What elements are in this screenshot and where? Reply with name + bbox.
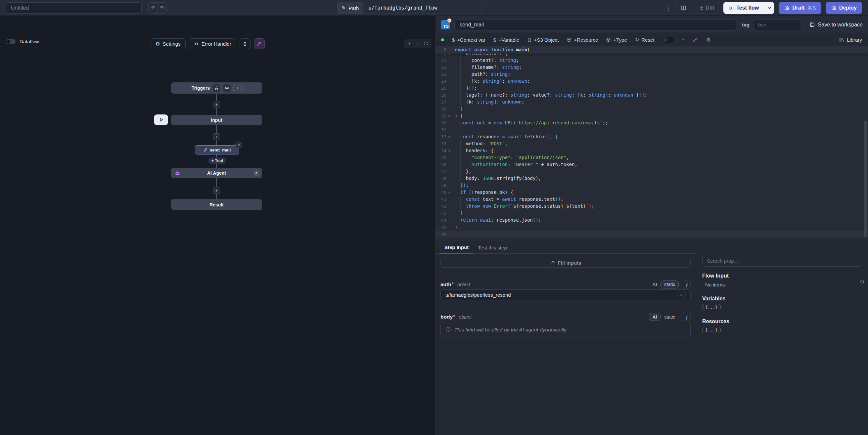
add-resource-button[interactable]: +Resource <box>566 37 598 43</box>
auth-expression-button[interactable]: ƒ <box>683 281 691 288</box>
diff-button[interactable]: ± Diff <box>695 2 719 14</box>
flow-canvas[interactable]: Dataflow ⚙ Settings Error Handler $ <box>0 16 435 435</box>
auth-clear-button[interactable]: × <box>677 291 686 299</box>
code-line[interactable]: 42 throw new Error(`${response.status} $… <box>435 203 868 210</box>
tag-input[interactable] <box>754 19 802 30</box>
tab-step-input[interactable]: Step Input <box>440 242 473 253</box>
code-line[interactable]: 40∨ if (!response.ok) { <box>435 189 868 196</box>
code-line[interactable]: 38 body: JSON.stringify(body), <box>435 175 868 182</box>
email-trigger-button[interactable]: ✉ <box>223 84 231 92</box>
add-variable-button[interactable]: $ +Variable <box>493 37 519 43</box>
input-node[interactable]: Input <box>171 115 262 125</box>
ai-gen-button[interactable] <box>692 37 698 42</box>
code-line[interactable]: 34∨ headers: { <box>435 147 868 154</box>
error-handler-button[interactable]: Error Handler <box>189 38 236 49</box>
code-line[interactable]: 30 const url = new URL(`https://api.rese… <box>435 119 868 126</box>
code-line[interactable]: 44 return await response.json(); <box>435 217 868 224</box>
library-button[interactable]: Library <box>839 37 862 43</box>
add-context-var-button[interactable]: $ +Context var <box>452 37 486 43</box>
step-name-input[interactable] <box>454 19 736 30</box>
add-type-button[interactable]: +Type <box>606 37 627 43</box>
reset-button[interactable]: ↻ Reset <box>635 37 655 43</box>
dataflow-toggle[interactable] <box>6 39 16 44</box>
toggle-knob <box>663 37 668 42</box>
flow-path-chip[interactable]: ✎ Path u/farhadglbs/grand_flow <box>337 2 483 14</box>
code-line[interactable]: 23 path?: string; <box>435 71 868 78</box>
webhook-trigger-button[interactable] <box>212 84 220 92</box>
code-line[interactable]: 39 }); <box>435 182 868 189</box>
ai-agent-node[interactable]: AI Agent a <box>171 168 262 178</box>
editor-settings-button[interactable]: ⚙ <box>706 36 711 43</box>
code-line[interactable]: 43 } <box>435 210 868 217</box>
fold-chevron-icon[interactable]: ∨ <box>446 133 452 140</box>
code-line[interactable]: 46 <box>435 230 868 238</box>
line-number: 25 <box>435 85 446 92</box>
test-flow-dropdown-button[interactable] <box>764 2 774 14</box>
fit-view-button[interactable] <box>424 41 428 45</box>
code-line[interactable]: 24 [k: string]: unknown; <box>435 78 868 85</box>
flow-title-input[interactable] <box>6 2 142 13</box>
code-line[interactable]: 27 [k: string]: unknown; <box>435 99 868 105</box>
deploy-button[interactable]: Deploy <box>826 2 862 14</box>
code-line[interactable]: 29∨) { <box>435 113 868 119</box>
draft-button[interactable]: Draft ⌘S <box>779 2 821 14</box>
code-line[interactable]: 26 tags?: { name?: string; value?: strin… <box>435 92 868 99</box>
test-flow-label: Test flow <box>736 5 759 11</box>
code-line[interactable]: 33 method: "POST", <box>435 140 868 147</box>
undo-button[interactable]: ↶ <box>149 3 157 13</box>
fold-chevron-icon[interactable]: ∨ <box>446 147 452 154</box>
insert-step-button[interactable]: + <box>213 187 220 194</box>
add-s3-object-button[interactable]: +S3 Object <box>527 37 559 43</box>
add-trigger-button[interactable]: + <box>233 84 242 92</box>
result-node[interactable]: Result <box>171 199 262 210</box>
code-line[interactable]: 31 <box>435 126 868 133</box>
save-to-workspace-button[interactable]: Save to workspace <box>809 22 863 28</box>
code-line[interactable]: 37 }, <box>435 168 868 175</box>
code-line[interactable]: 41 const text = await response.text(); <box>435 196 868 203</box>
resources-object-chip[interactable]: {...} <box>702 327 721 333</box>
fold-chevron-icon[interactable]: ∨ <box>446 113 452 119</box>
workers-button[interactable]: $ <box>240 38 250 49</box>
insert-step-button[interactable]: + <box>213 133 220 140</box>
zoom-in-button[interactable]: + <box>408 41 411 46</box>
diff-mode-button[interactable]: ± <box>682 36 685 43</box>
insert-step-button[interactable]: + <box>213 101 220 108</box>
fold-chevron-icon[interactable]: ∨ <box>446 189 452 196</box>
sticky-code-line[interactable]: 8export async function main( <box>435 46 868 54</box>
more-menu-button[interactable]: ⋮ <box>666 4 672 12</box>
code-line[interactable]: 36 Authorization: "Bearer " + auth.token… <box>435 161 868 168</box>
code-line[interactable]: 25 }[]; <box>435 85 868 92</box>
add-tool-button[interactable]: + Tool <box>209 157 226 164</box>
fill-inputs-button[interactable]: Fill inputs <box>440 258 691 268</box>
send-mail-node[interactable]: send_mail <box>195 145 239 154</box>
delete-step-button[interactable]: × <box>235 142 242 149</box>
code-line[interactable]: 22 filename?: string; <box>435 64 868 71</box>
code-line[interactable]: 45} <box>435 224 868 230</box>
test-flow-button[interactable]: Test flow <box>723 2 764 14</box>
redo-button[interactable]: ↷ <box>157 3 166 13</box>
code-line[interactable]: 28 } <box>435 105 868 113</box>
settings-button[interactable]: ⚙ Settings <box>151 38 186 49</box>
body-expression-button[interactable]: ƒ <box>683 313 691 321</box>
ai-assistant-button[interactable] <box>254 38 265 49</box>
code-line[interactable]: 35 "Content-Type": "application/json", <box>435 154 868 161</box>
body-mode-ai-button[interactable]: AI <box>649 313 660 321</box>
search-prop-input[interactable] <box>702 255 862 267</box>
body-mode-static-button[interactable]: static <box>660 313 679 321</box>
tab-test-this-step[interactable]: Test this step <box>473 242 512 253</box>
auth-value-input[interactable]: u/farhadglbs/peerless_resend × <box>440 289 691 300</box>
code-editor[interactable]: 20∨ attachments?: {21 content?: string;2… <box>435 46 868 242</box>
code-line[interactable]: 32∨ const response = await fetch(url, { <box>435 133 868 140</box>
auth-mode-static-button[interactable]: static <box>660 281 679 288</box>
line-number: 28 <box>435 105 446 113</box>
search-icon[interactable] <box>859 279 865 285</box>
variables-object-chip[interactable]: {...} <box>702 304 721 310</box>
editor-toggle[interactable] <box>662 37 674 43</box>
triggers-node[interactable]: Triggers ✉ + <box>171 82 262 94</box>
zoom-out-button[interactable]: − <box>415 41 418 46</box>
editor-scrollbar[interactable] <box>864 121 867 237</box>
auth-mode-ai-button[interactable]: AI <box>649 281 660 288</box>
docs-button[interactable] <box>676 2 691 14</box>
run-flow-button[interactable] <box>154 115 168 125</box>
code-line[interactable]: 21 content?: string; <box>435 57 868 64</box>
